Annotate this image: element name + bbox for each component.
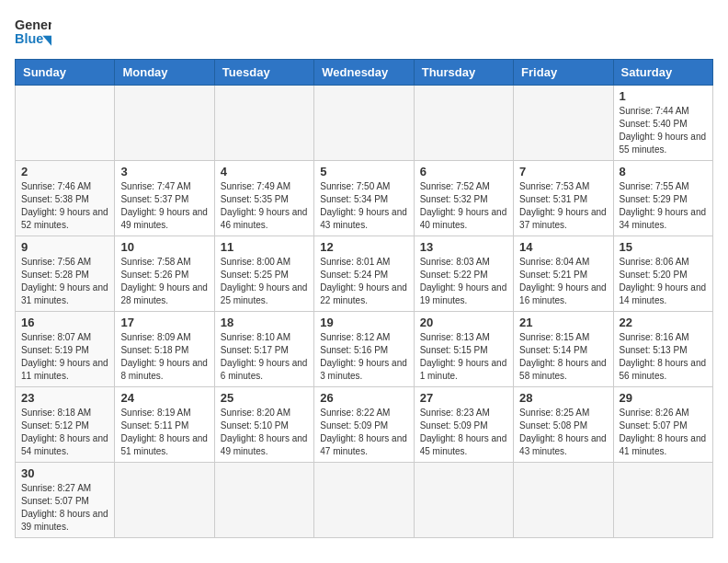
calendar-cell: 28Sunrise: 8:25 AM Sunset: 5:08 PM Dayli… — [514, 387, 613, 463]
calendar-cell: 7Sunrise: 7:53 AM Sunset: 5:31 PM Daylig… — [514, 161, 613, 236]
calendar-cell — [514, 86, 613, 161]
calendar-cell: 9Sunrise: 7:56 AM Sunset: 5:28 PM Daylig… — [16, 236, 115, 312]
calendar-cell: 30Sunrise: 8:27 AM Sunset: 5:07 PM Dayli… — [16, 463, 115, 538]
day-number: 7 — [519, 165, 607, 178]
day-info: Sunrise: 8:23 AM Sunset: 5:09 PM Dayligh… — [420, 407, 507, 458]
calendar-cell: 16Sunrise: 8:07 AM Sunset: 5:19 PM Dayli… — [16, 312, 115, 387]
day-number: 22 — [620, 316, 707, 329]
day-info: Sunrise: 8:25 AM Sunset: 5:08 PM Dayligh… — [519, 407, 607, 458]
day-info: Sunrise: 8:03 AM Sunset: 5:22 PM Dayligh… — [420, 256, 507, 307]
svg-marker-2 — [42, 36, 51, 48]
day-info: Sunrise: 7:55 AM Sunset: 5:29 PM Dayligh… — [620, 180, 707, 232]
day-info: Sunrise: 8:27 AM Sunset: 5:07 PM Dayligh… — [21, 482, 108, 534]
page-header: General Blue — [15, 15, 713, 48]
day-number: 24 — [120, 391, 208, 405]
day-info: Sunrise: 7:56 AM Sunset: 5:28 PM Dayligh… — [21, 256, 108, 307]
calendar-cell: 11Sunrise: 8:00 AM Sunset: 5:25 PM Dayli… — [214, 236, 313, 312]
svg-text:General: General — [15, 17, 51, 32]
day-info: Sunrise: 8:09 AM Sunset: 5:18 PM Dayligh… — [120, 331, 208, 383]
day-info: Sunrise: 7:47 AM Sunset: 5:37 PM Dayligh… — [120, 180, 208, 232]
weekday-header-wednesday: Wednesday — [314, 60, 414, 86]
day-info: Sunrise: 8:07 AM Sunset: 5:19 PM Dayligh… — [21, 331, 108, 383]
week-row-1: 1Sunrise: 7:44 AM Sunset: 5:40 PM Daylig… — [16, 86, 713, 161]
calendar-cell: 21Sunrise: 8:15 AM Sunset: 5:14 PM Dayli… — [514, 312, 613, 387]
day-info: Sunrise: 8:16 AM Sunset: 5:13 PM Dayligh… — [620, 331, 707, 383]
day-number: 14 — [519, 240, 607, 254]
calendar-cell — [414, 463, 513, 538]
day-info: Sunrise: 8:12 AM Sunset: 5:16 PM Dayligh… — [320, 331, 407, 383]
calendar-cell: 5Sunrise: 7:50 AM Sunset: 5:34 PM Daylig… — [314, 161, 414, 236]
calendar-cell: 19Sunrise: 8:12 AM Sunset: 5:16 PM Dayli… — [314, 312, 414, 387]
week-row-5: 23Sunrise: 8:18 AM Sunset: 5:12 PM Dayli… — [16, 387, 713, 463]
day-number: 6 — [420, 165, 507, 178]
day-number: 3 — [120, 165, 208, 178]
calendar-cell — [214, 463, 313, 538]
day-number: 10 — [120, 240, 208, 254]
day-info: Sunrise: 8:22 AM Sunset: 5:09 PM Dayligh… — [320, 407, 407, 458]
weekday-header-friday: Friday — [514, 60, 613, 86]
calendar-cell: 29Sunrise: 8:26 AM Sunset: 5:07 PM Dayli… — [613, 387, 712, 463]
calendar-cell — [414, 86, 513, 161]
calendar-cell: 2Sunrise: 7:46 AM Sunset: 5:38 PM Daylig… — [16, 161, 115, 236]
calendar-cell: 17Sunrise: 8:09 AM Sunset: 5:18 PM Dayli… — [115, 312, 214, 387]
day-info: Sunrise: 8:01 AM Sunset: 5:24 PM Dayligh… — [320, 256, 407, 307]
calendar-cell — [514, 463, 613, 538]
day-info: Sunrise: 8:10 AM Sunset: 5:17 PM Dayligh… — [221, 331, 308, 383]
calendar-cell — [115, 463, 214, 538]
calendar-cell: 20Sunrise: 8:13 AM Sunset: 5:15 PM Dayli… — [414, 312, 513, 387]
week-row-2: 2Sunrise: 7:46 AM Sunset: 5:38 PM Daylig… — [16, 161, 713, 236]
day-info: Sunrise: 7:49 AM Sunset: 5:35 PM Dayligh… — [221, 180, 308, 232]
day-number: 12 — [320, 240, 407, 254]
day-number: 9 — [21, 240, 108, 254]
calendar-cell — [314, 86, 414, 161]
calendar-cell — [314, 463, 414, 538]
weekday-header-saturday: Saturday — [613, 60, 712, 86]
generalblue-logo-icon: General Blue — [15, 15, 51, 48]
day-number: 8 — [620, 165, 707, 178]
day-number: 2 — [21, 165, 108, 178]
calendar-cell: 12Sunrise: 8:01 AM Sunset: 5:24 PM Dayli… — [314, 236, 414, 312]
logo: General Blue — [15, 15, 51, 48]
day-info: Sunrise: 7:50 AM Sunset: 5:34 PM Dayligh… — [320, 180, 407, 232]
day-number: 23 — [21, 391, 108, 405]
day-number: 21 — [519, 316, 607, 329]
calendar-cell: 1Sunrise: 7:44 AM Sunset: 5:40 PM Daylig… — [613, 86, 712, 161]
day-info: Sunrise: 8:26 AM Sunset: 5:07 PM Dayligh… — [620, 407, 707, 458]
calendar-cell: 24Sunrise: 8:19 AM Sunset: 5:11 PM Dayli… — [115, 387, 214, 463]
day-info: Sunrise: 7:52 AM Sunset: 5:32 PM Dayligh… — [420, 180, 507, 232]
calendar-cell — [115, 86, 214, 161]
day-number: 13 — [420, 240, 507, 254]
day-info: Sunrise: 7:53 AM Sunset: 5:31 PM Dayligh… — [519, 180, 607, 232]
day-info: Sunrise: 7:44 AM Sunset: 5:40 PM Dayligh… — [620, 105, 707, 156]
weekday-header-sunday: Sunday — [16, 60, 115, 86]
day-number: 30 — [21, 466, 108, 480]
day-info: Sunrise: 8:20 AM Sunset: 5:10 PM Dayligh… — [221, 407, 308, 458]
day-number: 1 — [620, 89, 707, 103]
day-number: 11 — [221, 240, 308, 254]
weekday-header-thursday: Thursday — [414, 60, 513, 86]
day-number: 4 — [221, 165, 308, 178]
day-number: 17 — [120, 316, 208, 329]
day-info: Sunrise: 8:06 AM Sunset: 5:20 PM Dayligh… — [620, 256, 707, 307]
svg-text:Blue: Blue — [15, 31, 43, 46]
day-number: 25 — [221, 391, 308, 405]
week-row-6: 30Sunrise: 8:27 AM Sunset: 5:07 PM Dayli… — [16, 463, 713, 538]
day-number: 19 — [320, 316, 407, 329]
calendar-cell: 14Sunrise: 8:04 AM Sunset: 5:21 PM Dayli… — [514, 236, 613, 312]
day-info: Sunrise: 8:15 AM Sunset: 5:14 PM Dayligh… — [519, 331, 607, 383]
calendar-cell: 6Sunrise: 7:52 AM Sunset: 5:32 PM Daylig… — [414, 161, 513, 236]
calendar-table: SundayMondayTuesdayWednesdayThursdayFrid… — [15, 59, 713, 538]
calendar-cell — [16, 86, 115, 161]
weekday-header-row: SundayMondayTuesdayWednesdayThursdayFrid… — [16, 60, 713, 86]
week-row-3: 9Sunrise: 7:56 AM Sunset: 5:28 PM Daylig… — [16, 236, 713, 312]
calendar-cell — [613, 463, 712, 538]
day-number: 27 — [420, 391, 507, 405]
day-number: 26 — [320, 391, 407, 405]
day-info: Sunrise: 8:04 AM Sunset: 5:21 PM Dayligh… — [519, 256, 607, 307]
day-number: 20 — [420, 316, 507, 329]
day-info: Sunrise: 8:18 AM Sunset: 5:12 PM Dayligh… — [21, 407, 108, 458]
calendar-cell: 15Sunrise: 8:06 AM Sunset: 5:20 PM Dayli… — [613, 236, 712, 312]
calendar-cell: 26Sunrise: 8:22 AM Sunset: 5:09 PM Dayli… — [314, 387, 414, 463]
calendar-cell: 18Sunrise: 8:10 AM Sunset: 5:17 PM Dayli… — [214, 312, 313, 387]
weekday-header-monday: Monday — [115, 60, 214, 86]
